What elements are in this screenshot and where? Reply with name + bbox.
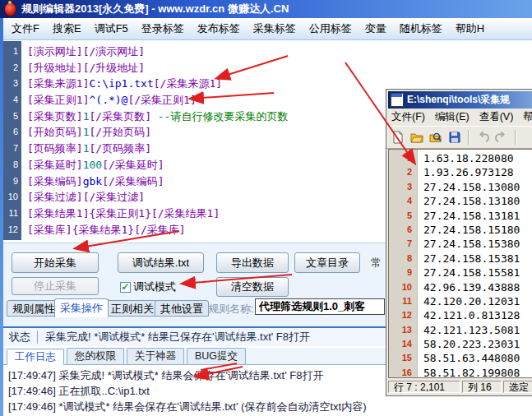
menu-item[interactable]: 公用标签 xyxy=(303,21,359,36)
notepad-line: 1342.121.123.5081 xyxy=(389,323,532,337)
notepad-line: 1142.120.20.12031 xyxy=(389,294,532,308)
notepad-status-bar: 行 7 : 2,101 列 16 选定 xyxy=(388,379,532,394)
log-tab-关于神器[interactable]: 关于神器 xyxy=(127,348,184,364)
notepad-menubar: 文件(F)编辑(E)查看(V)帮助(H) xyxy=(386,109,532,126)
checkbox-check-icon: ✓ xyxy=(120,282,131,293)
notepad-menu-item[interactable]: 文件(F) xyxy=(391,110,425,124)
screenshot-root: 规则编辑器2013[永久免费] - www.wzdr.cn 微赚达人.CN 文件… xyxy=(0,0,532,416)
rule-line: 1[演示网址][/演示网址] xyxy=(3,44,532,60)
app-icon xyxy=(4,2,16,16)
main-titlebar: 规则编辑器2013[永久免费] - www.wzdr.cn 微赚达人.CN xyxy=(0,0,532,18)
clear-data-button[interactable]: 清空数据 xyxy=(216,277,289,297)
notepad-titlebar[interactable]: E:\shenqi\tools\采集规 xyxy=(388,91,532,109)
notepad-line: 627.24.158.15180 xyxy=(389,223,532,237)
notepad-status-sel: 选定 xyxy=(503,381,532,393)
rule-name-input[interactable] xyxy=(255,298,385,315)
menu-item[interactable]: 采集标签 xyxy=(247,21,303,36)
notepad-line: 927.24.158.15581 xyxy=(389,266,532,280)
notepad-status-col: 列 16 xyxy=(462,381,502,393)
tab-规则属性[interactable]: 规则属性 xyxy=(7,300,61,317)
export-data-button[interactable]: 导出数据 xyxy=(216,252,289,273)
log-tab-BUG提交[interactable]: BUG提交 xyxy=(187,348,246,364)
notepad-rows: 11.63.18.22808021.93.26.973128327.24.158… xyxy=(389,151,532,378)
log-tab-您的权限[interactable]: 您的权限 xyxy=(67,348,124,364)
menu-item[interactable]: 发布标签 xyxy=(191,21,247,36)
log-tab-工作日志[interactable]: 工作日志 xyxy=(7,349,64,365)
notepad-line: 527.24.158.13181 xyxy=(389,209,532,223)
menu-item[interactable]: 变量 xyxy=(359,21,393,36)
notepad-line: 21.93.26.973128 xyxy=(389,165,532,179)
menu-item[interactable]: 调试F5 xyxy=(88,21,135,36)
notepad-status-line: 行 7 : 2,101 xyxy=(388,381,460,393)
log-line: [17:49:46] *调试模式* 结果会保存在'调试结果.txt' (保存前会… xyxy=(8,399,532,414)
tab-其他设置[interactable]: 其他设置 xyxy=(155,300,209,317)
debug-mode-label: 调试模式 xyxy=(133,280,176,294)
menu-item[interactable]: 登录标签 xyxy=(135,21,191,36)
menu-item[interactable]: 随机标签 xyxy=(393,21,449,36)
notepad-menu-item[interactable]: 编辑(E) xyxy=(435,110,470,124)
rule-name-label: 规则名称: xyxy=(208,302,254,317)
status-text: 采集完成! *调试模式* 结果已保存在'调试结果.txt' F8打开 xyxy=(38,330,310,344)
undo-icon[interactable] xyxy=(474,129,491,146)
tab-正则相关[interactable]: 正则相关 xyxy=(105,300,160,317)
notepad-line: 1042.96.139.43888 xyxy=(389,280,532,294)
notepad-doc-icon xyxy=(391,93,404,107)
notepad-window: E:\shenqi\tools\采集规 文件(F)编辑(E)查看(V)帮助(H)… xyxy=(386,89,532,396)
notepad-menu-item[interactable]: 帮助(H) xyxy=(523,110,532,124)
notepad-line: 1458.20.223.23031 xyxy=(389,337,532,351)
notepad-line: 1558.51.63.448080 xyxy=(389,351,532,365)
clipped-text-right: 常 xyxy=(371,256,382,270)
notepad-line: 1242.121.0.813128 xyxy=(389,308,532,322)
start-collect-button[interactable]: 开始采集 xyxy=(12,252,99,273)
tab-采集操作[interactable]: 采集操作 xyxy=(54,298,109,317)
notepad-title: E:\shenqi\tools\采集规 xyxy=(407,93,510,107)
rule-line: 2[升级地址][/升级地址] xyxy=(3,60,532,76)
menu-item[interactable]: 搜索E xyxy=(46,21,88,36)
article-dir-button[interactable]: 文章目录 xyxy=(294,252,360,273)
toolbar-separator xyxy=(468,130,470,145)
save-icon[interactable] xyxy=(446,129,463,146)
search-icon[interactable] xyxy=(428,129,444,146)
notepad-line: 327.24.158.13080 xyxy=(389,180,532,194)
notepad-line: 727.24.158.15380 xyxy=(389,237,532,251)
notepad-menu-item[interactable]: 查看(V) xyxy=(479,110,514,124)
notepad-line: 1658.51.82.199808 xyxy=(389,366,532,378)
status-label: 状态 xyxy=(3,330,37,344)
notepad-line: 427.24.158.13180 xyxy=(389,194,532,208)
notepad-line: 11.63.18.228080 xyxy=(389,151,532,165)
debug-mode-checkbox[interactable]: ✓ 调试模式 xyxy=(120,280,176,294)
new-file-icon[interactable] xyxy=(390,129,406,146)
open-folder-icon[interactable] xyxy=(409,129,425,146)
main-window-title: 规则编辑器2013[永久免费] - www.wzdr.cn 微赚达人.CN xyxy=(21,2,289,16)
redo-icon[interactable] xyxy=(493,129,510,146)
menu-item[interactable]: 帮助H xyxy=(449,21,491,36)
stop-collect-button[interactable]: 停止采集 xyxy=(12,277,99,295)
notepad-line: 827.24.158.15381 xyxy=(389,252,532,266)
main-menubar: 文件F搜索E调试F5登录标签发布标签采集标签公用标签变量随机标签帮助H xyxy=(0,18,532,40)
notepad-toolbar xyxy=(386,126,532,149)
menu-item[interactable]: 文件F xyxy=(5,21,46,36)
notepad-text-area[interactable]: 11.63.18.22808021.93.26.973128327.24.158… xyxy=(388,149,532,378)
debug-result-button[interactable]: 调试结果.txt xyxy=(118,252,204,273)
toolbar-separator xyxy=(515,130,516,145)
